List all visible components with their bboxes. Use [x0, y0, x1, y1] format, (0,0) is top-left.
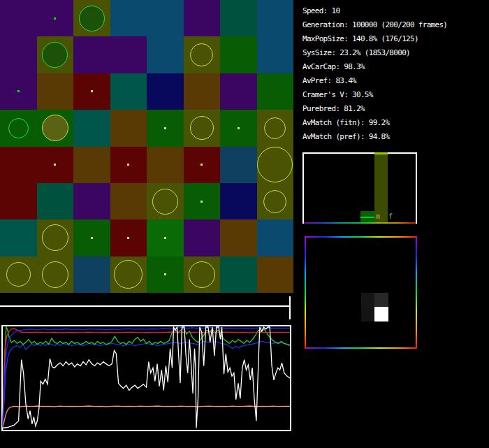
grid-cell[interactable] [257, 256, 294, 293]
stat-av-car-cap: AvCarCap: 98.3% [302, 60, 447, 74]
stat-sys-size: SysSize: 23.2% (1853/8000) [302, 46, 447, 60]
organism-circle [42, 115, 68, 141]
organism-dot [238, 127, 240, 129]
organism-dot [200, 164, 203, 166]
grid-cell[interactable] [220, 183, 257, 219]
organism-dot [17, 90, 20, 92]
world-grid[interactable] [0, 0, 293, 293]
grid-cell[interactable] [37, 256, 74, 293]
organism-circle [257, 147, 293, 182]
short-bar-marker [360, 217, 374, 218]
grid-cell[interactable] [73, 73, 110, 110]
series-pink-line [3, 406, 290, 428]
grid-cell[interactable] [37, 0, 74, 36]
grid-cell[interactable] [147, 183, 184, 219]
grid-cell[interactable] [0, 110, 37, 146]
grid-cell[interactable] [73, 110, 110, 146]
grid-cell[interactable] [110, 183, 147, 219]
grid-cell[interactable] [220, 147, 257, 183]
frame-slider-track[interactable] [0, 305, 289, 307]
grid-cell[interactable] [110, 147, 147, 183]
grid-cell[interactable] [110, 73, 147, 110]
stat-max-pop-size: MaxPopSize: 140.8% (176/125) [302, 32, 447, 46]
grid-cell[interactable] [0, 36, 37, 73]
grid-cell[interactable] [110, 256, 147, 293]
grid-cell[interactable] [147, 219, 184, 256]
grid-cell[interactable] [0, 147, 37, 183]
grid-cell[interactable] [184, 110, 221, 146]
grid-cell[interactable] [0, 183, 37, 219]
organism-dot [200, 201, 203, 203]
grid-cell[interactable] [147, 256, 184, 293]
simulation-app: Speed: 10Generation: 100000 (200/200 fra… [0, 0, 489, 448]
grid-cell[interactable] [73, 0, 110, 36]
grid-cell[interactable] [257, 219, 294, 256]
grid-cell[interactable] [73, 256, 110, 293]
grid-cell[interactable] [220, 256, 257, 293]
grid-cell[interactable] [110, 0, 147, 36]
grid-cell[interactable] [37, 147, 74, 183]
grid-cell[interactable] [73, 183, 110, 219]
preference-space-panel [305, 236, 417, 349]
grid-cell[interactable] [147, 147, 184, 183]
organism-dot [91, 237, 93, 239]
grid-cell[interactable] [110, 219, 147, 256]
grid-cell[interactable] [220, 219, 257, 256]
grid-cell[interactable] [184, 256, 221, 293]
grid-cell[interactable] [147, 36, 184, 73]
grid-cell[interactable] [257, 147, 294, 183]
series-white-line [3, 327, 290, 428]
grid-cell[interactable] [0, 219, 37, 256]
organism-dot [54, 164, 56, 166]
grid-cell[interactable] [220, 0, 257, 36]
organism-circle [190, 43, 213, 66]
grid-cell[interactable] [257, 36, 294, 73]
grid-cell[interactable] [184, 36, 221, 73]
grid-cell[interactable] [257, 110, 294, 146]
stat-speed: Speed: 10 [302, 4, 447, 18]
grid-cell[interactable] [73, 219, 110, 256]
population-density-cell [361, 293, 374, 307]
stats-panel: Speed: 10Generation: 100000 (200/200 fra… [302, 4, 447, 144]
grid-cell[interactable] [37, 219, 74, 256]
grid-cell[interactable] [73, 36, 110, 73]
grid-cell[interactable] [184, 73, 221, 110]
stat-av-match-pref: AvMatch (pref): 94.8% [302, 130, 447, 144]
organism-dot [164, 237, 166, 239]
grid-cell[interactable] [0, 0, 37, 36]
grid-cell[interactable] [257, 0, 294, 36]
grid-cell[interactable] [147, 110, 184, 146]
grid-cell[interactable] [220, 36, 257, 73]
organism-circle [8, 118, 29, 138]
grid-cell[interactable] [0, 256, 37, 293]
grid-cell[interactable] [184, 147, 221, 183]
grid-cell[interactable] [184, 219, 221, 256]
grid-cell[interactable] [147, 0, 184, 36]
grid-cell[interactable] [37, 183, 74, 219]
tall-bar-cap [374, 152, 388, 154]
grid-cell[interactable] [184, 0, 221, 36]
grid-cell[interactable] [220, 73, 257, 110]
grid-cell[interactable] [37, 73, 74, 110]
grid-cell[interactable] [0, 73, 37, 110]
organism-circle [263, 190, 286, 213]
organism-circle [190, 116, 214, 140]
organism-circle [6, 262, 31, 287]
grid-cell[interactable] [257, 183, 294, 219]
grid-cell[interactable] [147, 73, 184, 110]
grid-cell[interactable] [184, 183, 221, 219]
grid-cell[interactable] [220, 110, 257, 146]
grid-cell[interactable] [110, 110, 147, 146]
grid-cell[interactable] [37, 36, 74, 73]
grid-cell[interactable] [110, 36, 147, 73]
spectrum-border-left [305, 236, 306, 349]
series-green-line [3, 327, 290, 424]
grid-cell[interactable] [37, 110, 74, 146]
grid-cell[interactable] [257, 73, 294, 110]
fitness-histogram-panel: m f [302, 152, 417, 224]
population-density-cell [361, 307, 374, 321]
organism-circle [264, 117, 286, 139]
spectrum-border-right [416, 236, 417, 349]
grid-cell[interactable] [73, 147, 110, 183]
frame-slider-thumb[interactable] [289, 296, 291, 319]
